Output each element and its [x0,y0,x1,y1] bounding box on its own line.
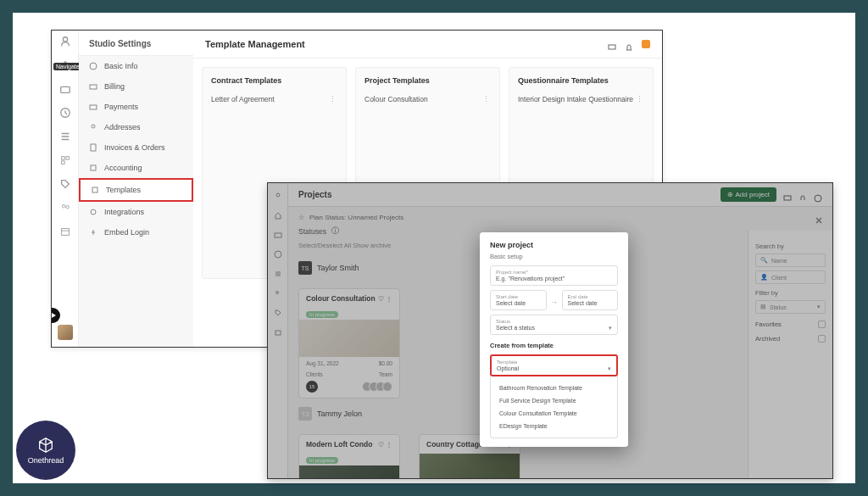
sidebar-item-label: Basic Info [104,62,138,70]
people-icon[interactable] [59,202,71,214]
template-option[interactable]: Full Service Design Template [491,394,617,407]
sidebar-item-integrations[interactable]: Integrations [79,202,193,222]
end-date-field[interactable]: End date Select date [562,290,619,310]
project-name-field[interactable]: Project name* E.g. "Renovations project" [490,265,618,286]
notification-badge[interactable] [642,40,650,48]
project-card-1[interactable]: Colour Consultation♡ ⋮ In progress Aug 3… [298,288,400,398]
projects-window: Projects ⊕Add project ☆Plan Status: Unna… [267,182,833,479]
sidebar-item-templates[interactable]: Templates [79,178,193,202]
chat-icon[interactable] [608,40,616,48]
clock-icon[interactable] [274,247,282,255]
sidebar-item-billing[interactable]: Billing [79,76,193,97]
close-icon[interactable] [814,214,824,224]
sidebar-item-invoices[interactable]: Invoices & Orders [79,137,193,158]
folder-icon[interactable] [274,227,282,236]
sidebar-item-embed-login[interactable]: Embed Login [79,222,193,242]
svg-point-12 [92,125,95,128]
template-option[interactable]: EDesign Template [491,420,617,432]
template-select[interactable]: Template Optional▾ [490,354,618,376]
svg-point-6 [62,205,65,209]
content-header: Template Management [193,31,662,59]
svg-rect-1 [60,86,70,92]
template-row[interactable]: Colour Consultation⋮ [364,95,491,103]
sidebar-item-accounting[interactable]: Accounting [79,158,193,178]
people-icon[interactable] [274,286,282,294]
project-image [299,320,399,357]
bell-icon[interactable] [798,191,807,199]
tag-icon[interactable] [274,305,282,314]
info-icon[interactable]: ⓘ [331,226,339,237]
svg-rect-13 [91,144,96,151]
more-icon[interactable]: ⋮ [482,95,491,103]
col-title: Questionnaire Templates [518,76,644,85]
sidebar-item-label: Addresses [104,123,141,131]
svg-rect-11 [90,105,97,109]
archived-check[interactable]: Archived [755,335,826,343]
template-row[interactable]: Interior Design Intake Questionnaire⋮ [518,95,644,103]
add-project-button[interactable]: ⊕Add project [721,187,776,202]
project-image [299,465,399,479]
more-icon[interactable]: ⋮ [636,95,644,103]
list-icon[interactable] [59,131,71,142]
cube-icon [36,436,55,454]
svg-rect-3 [61,157,64,160]
bell-icon[interactable] [625,40,633,48]
template-option[interactable]: Colour Consultation Template [491,407,617,420]
calendar-icon[interactable] [274,325,282,333]
template-row[interactable]: Letter of Agreement⋮ [211,95,337,103]
modal-section: Basic setup [490,253,618,260]
calendar-icon[interactable] [59,226,71,237]
template-dropdown: Bathroom Renovation Template Full Servic… [490,376,618,438]
heart-icon[interactable]: ♡ ⋮ [378,441,392,449]
onethread-logo: Onethread [16,421,75,480]
sidebar-item-label: Integrations [104,208,144,216]
svg-point-0 [63,37,67,42]
svg-point-16 [91,209,96,215]
start-date-field[interactable]: Start date Select date [490,290,547,310]
svg-point-21 [275,292,278,294]
status-field[interactable]: Status Select a status▾ [490,315,618,335]
client-avatar: TJ [298,407,312,421]
logo-text: Onethread [28,456,64,465]
client-name: Taylor Smith [317,264,359,272]
folder-icon[interactable] [59,83,71,95]
svg-point-20 [275,251,281,258]
client-input[interactable]: 👤Client [755,270,826,284]
page-title: Template Management [205,39,305,49]
plug-icon [89,208,97,216]
user-icon[interactable] [59,36,71,47]
sidebar-item-basic-info[interactable]: Basic Info [79,56,193,76]
grid-icon[interactable] [59,154,71,166]
sidebar-title: Studio Settings [79,31,193,56]
client-avatar: TS [298,261,312,275]
svg-rect-15 [92,187,97,192]
client-name: Tammy Jelon [317,410,362,418]
favorites-check[interactable]: Favorites [755,320,826,328]
project-card-2[interactable]: Modern Loft Condo♡ ⋮ In progress [298,434,400,479]
status-badge: In progress [306,457,338,464]
clock-icon[interactable] [59,107,71,119]
name-input[interactable]: 🔍Name [755,254,826,267]
left-rail [52,31,79,347]
book-icon [89,164,97,172]
svg-rect-17 [609,45,615,49]
user-icon[interactable] [274,188,282,197]
sidebar-item-payments[interactable]: Payments [79,97,193,117]
sidebar-item-label: Templates [106,186,141,194]
list-icon[interactable] [274,266,282,275]
heart-icon[interactable]: ♡ ⋮ [378,295,392,303]
user-avatar[interactable] [58,325,73,340]
template-option[interactable]: Bathroom Renovation Template [491,382,617,394]
sidebar-item-label: Payments [104,103,138,111]
status-badge: In progress [306,311,338,318]
tag-icon[interactable] [59,178,71,190]
sidebar-item-addresses[interactable]: Addresses [79,117,193,137]
more-icon[interactable]: ⋮ [329,95,337,103]
page-title: Projects [298,190,331,199]
sidebar-item-label: Billing [104,82,125,91]
home-icon[interactable] [274,208,282,216]
chat-icon[interactable] [783,191,792,199]
team-avatars [365,382,392,392]
status-select[interactable]: ▤Status▾ [755,300,826,314]
help-icon[interactable] [814,191,822,199]
